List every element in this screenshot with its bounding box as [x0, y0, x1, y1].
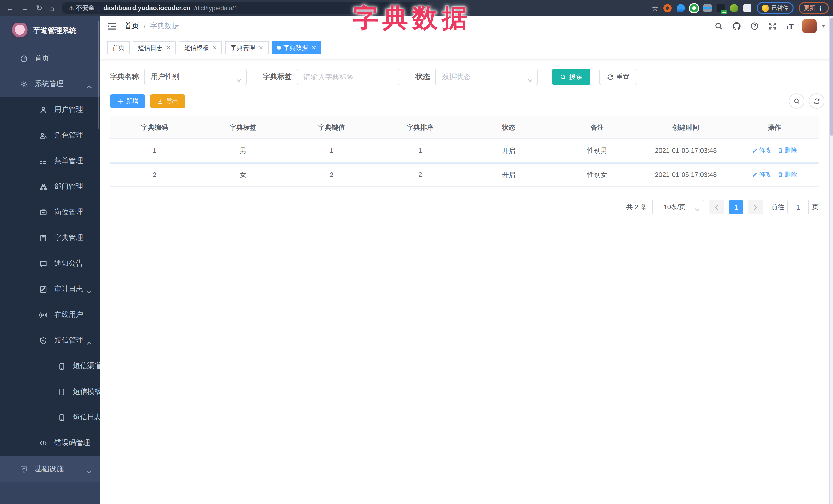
sidebar-item-online-users[interactable]: 在线用户: [0, 302, 100, 328]
tab-sms-template[interactable]: 短信模板✕: [179, 41, 222, 54]
code-icon: [39, 439, 47, 447]
font-size-icon[interactable]: TT: [786, 22, 794, 30]
sidebar-item-audit-log[interactable]: 审计日志: [0, 277, 100, 302]
close-tab-icon[interactable]: ✕: [311, 44, 316, 51]
dict-name-select[interactable]: 用户性别: [144, 69, 246, 85]
search-button[interactable]: 搜索: [552, 69, 590, 85]
user-avatar[interactable]: [802, 19, 816, 33]
sidebar-item-sms-management[interactable]: 短信管理: [0, 328, 100, 353]
sidebar-item-post-management[interactable]: 岗位管理: [0, 199, 100, 225]
github-icon[interactable]: [732, 22, 741, 31]
page-size-select[interactable]: 10条/页: [652, 200, 704, 214]
scrollbar-thumb[interactable]: [830, 18, 833, 136]
url-domain: dashboard.yudao.iocoder.cn: [103, 4, 190, 11]
home-icon[interactable]: ⌂: [49, 4, 54, 12]
sidebar-item-home[interactable]: 首页: [0, 46, 100, 71]
help-icon[interactable]: [750, 22, 759, 31]
security-warning[interactable]: ⚠不安全: [68, 4, 95, 12]
tab-sms-log[interactable]: 短信日志✕: [133, 41, 176, 54]
extension-terminal-icon[interactable]: on: [717, 4, 725, 12]
book-icon: [39, 234, 47, 242]
refresh-icon: [607, 74, 614, 80]
search-icon: [560, 74, 567, 80]
cell-sort: 1: [376, 147, 465, 154]
breadcrumb-current: 字典数据: [150, 22, 179, 31]
sidebar-item-role-management[interactable]: 角色管理: [0, 123, 100, 148]
extension-sliders-icon[interactable]: [703, 4, 712, 12]
toggle-search-button[interactable]: [789, 93, 804, 109]
extension-orange-icon[interactable]: [663, 4, 671, 12]
goto-label: 前往: [771, 202, 784, 212]
delete-link[interactable]: 删除: [777, 170, 797, 179]
search-form: 字典名称 用户性别 字典标签 状态 数据状态 搜索 重置: [110, 69, 825, 85]
sidebar-item-sms-channel[interactable]: 短信渠道: [0, 353, 100, 379]
refresh-table-button[interactable]: [809, 93, 824, 109]
bookmark-star-icon[interactable]: ☆: [652, 4, 658, 12]
current-page-button[interactable]: 1: [729, 200, 743, 214]
extension-green-icon[interactable]: [730, 4, 738, 12]
sidebar-item-system-management[interactable]: 系统管理: [0, 71, 100, 97]
hamburger-icon[interactable]: [107, 22, 116, 30]
prev-page-button[interactable]: [710, 200, 724, 214]
edit-link[interactable]: 修改: [752, 146, 771, 155]
reset-button[interactable]: 重置: [599, 69, 637, 85]
dict-tag-input[interactable]: [297, 69, 399, 85]
tab-home[interactable]: 首页: [107, 41, 130, 54]
message-icon: [39, 259, 47, 268]
search-icon[interactable]: [714, 22, 723, 31]
export-button[interactable]: 导出: [150, 94, 185, 108]
url-divider: |: [98, 4, 100, 11]
sidebar-item-infrastructure[interactable]: 基础设施: [0, 456, 100, 482]
online-signal-icon: [39, 311, 47, 319]
tab-dict-management[interactable]: 字典管理✕: [225, 41, 268, 54]
tree-icon: [39, 183, 47, 191]
profile-avatar-emoji: [762, 4, 769, 11]
extension-blue-pin-icon[interactable]: [677, 4, 685, 12]
close-tab-icon[interactable]: ✕: [212, 44, 217, 51]
sidebar-item-notice[interactable]: 通知公告: [0, 251, 100, 277]
dict-tag-label: 字典标签: [263, 72, 292, 81]
close-tab-icon[interactable]: ✕: [259, 44, 263, 51]
close-tab-icon[interactable]: ✕: [166, 44, 171, 51]
navbar: 首页 / 字典数据 TT ▼: [100, 16, 833, 37]
cell-actions: 修改 删除: [730, 170, 819, 179]
user-icon: [39, 105, 47, 114]
page-scrollbar[interactable]: [829, 16, 833, 504]
sidebar-item-error-code-management[interactable]: 错误码管理: [0, 430, 100, 456]
tab-dict-data[interactable]: 字典数据✕: [271, 41, 321, 54]
delete-link[interactable]: 删除: [777, 146, 797, 155]
app-logo-row[interactable]: 芋道管理系统: [0, 16, 100, 46]
browser-menu-icon[interactable]: ⋮: [818, 4, 824, 11]
goto-page: 前往 页: [771, 200, 819, 214]
phone-icon: [57, 413, 66, 422]
avatar-caret-icon[interactable]: ▼: [821, 24, 826, 29]
plus-icon: [117, 98, 123, 104]
next-page-button[interactable]: [748, 200, 763, 214]
extensions-puzzle-icon[interactable]: [743, 4, 752, 12]
browser-update-button[interactable]: 更新 ⋮: [799, 2, 829, 14]
sidebar-item-menu-management[interactable]: 菜单管理: [0, 148, 100, 174]
active-tab-dot: [277, 46, 281, 50]
breadcrumb-home-link[interactable]: 首页: [124, 22, 139, 31]
reload-icon[interactable]: ↻: [36, 3, 42, 13]
forward-icon[interactable]: →: [21, 4, 29, 12]
sidebar-item-user-management[interactable]: 用户管理: [0, 97, 100, 123]
edit-icon: [752, 172, 757, 177]
back-icon[interactable]: ←: [6, 4, 14, 12]
goto-page-input[interactable]: [787, 200, 809, 214]
edit-link[interactable]: 修改: [752, 170, 771, 179]
extension-green-check-icon[interactable]: [690, 4, 698, 12]
sidebar-scrollbar[interactable]: [98, 21, 99, 129]
fullscreen-icon[interactable]: [768, 22, 777, 31]
add-button[interactable]: 新增: [110, 94, 145, 108]
status-select[interactable]: 数据状态: [435, 69, 538, 85]
sidebar-item-dict-management[interactable]: 字典管理: [0, 225, 100, 251]
app-logo: [11, 22, 28, 39]
address-bar[interactable]: ⚠不安全 | dashboard.yudao.iocoder.cn /dict/…: [61, 2, 430, 14]
sidebar-item-sms-log[interactable]: 短信日志: [0, 405, 100, 430]
sidebar-item-sms-template[interactable]: 短信模板: [0, 379, 100, 405]
breadcrumb: 首页 / 字典数据: [124, 22, 179, 31]
table-toolbar: 新增 导出: [110, 93, 825, 109]
sidebar-item-dept-management[interactable]: 部门管理: [0, 174, 100, 199]
profile-paused-badge[interactable]: 已暂停: [757, 2, 793, 14]
